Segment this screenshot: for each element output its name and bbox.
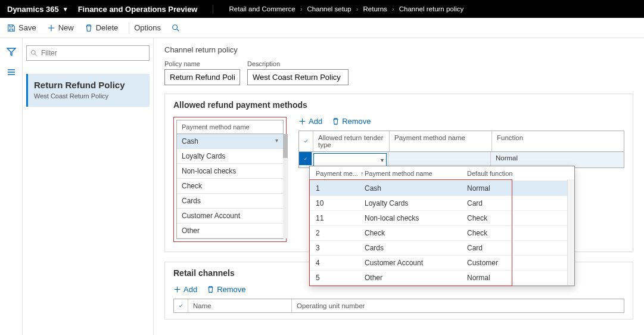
scrollbar[interactable]	[567, 179, 574, 286]
new-button[interactable]: New	[47, 23, 74, 32]
description-input[interactable]	[247, 69, 349, 85]
trash-icon	[332, 117, 340, 125]
lookup-row[interactable]: 1CashNormal	[310, 181, 574, 196]
chevron-down-icon[interactable]: ▾	[275, 137, 278, 145]
list-item[interactable]: Check	[177, 179, 283, 194]
lookup-col-name[interactable]: Payment method name	[365, 170, 467, 177]
filter-rail-button[interactable]	[4, 44, 19, 60]
select-all-checkbox[interactable]	[299, 131, 313, 151]
lookup-row[interactable]: 2CheckCheck	[310, 226, 574, 241]
col-function[interactable]: Function	[492, 131, 590, 151]
list-item[interactable]: Customer Account	[177, 209, 283, 224]
chevron-right-icon: ›	[392, 5, 394, 13]
search-button[interactable]	[172, 24, 183, 32]
description-label: Description	[247, 60, 349, 67]
policy-item-subtitle: West Coast Return Policy	[34, 92, 144, 100]
filter-input[interactable]	[26, 45, 150, 61]
col-name[interactable]: Name	[188, 299, 292, 312]
list-icon	[7, 67, 16, 77]
payment-methods-highlight: Payment method name Cash▾ Loyalty Cards …	[173, 117, 287, 242]
svg-point-0	[173, 24, 178, 29]
options-button[interactable]: Options	[134, 23, 161, 32]
policy-list-item[interactable]: Return Refund Policy West Coast Return P…	[26, 74, 150, 107]
tender-type-dropdown[interactable]: ▾	[313, 153, 387, 166]
section-allowed-title: Allowed refund payment methods	[173, 100, 624, 110]
lookup-row[interactable]: 4Customer AccountCustomer	[310, 256, 574, 271]
search-icon	[172, 24, 180, 32]
breadcrumb-item[interactable]: Returns	[363, 5, 387, 13]
divider	[129, 22, 129, 34]
col-operating-unit[interactable]: Operating unit number	[292, 299, 624, 312]
list-item[interactable]: Other	[177, 224, 283, 238]
related-rail-button[interactable]	[4, 64, 19, 80]
policy-name-input[interactable]	[164, 69, 240, 85]
remove-button[interactable]: Remove	[207, 285, 245, 294]
list-item[interactable]: Non-local checks	[177, 164, 283, 179]
module-title: Finance and Operations Preview	[78, 5, 214, 14]
tender-lookup-popup: Payment me...↑ Payment method name Defau…	[309, 166, 575, 286]
svg-point-1	[32, 51, 36, 55]
scrollbar[interactable]	[283, 134, 288, 238]
breadcrumb-item[interactable]: Channel return policy	[399, 5, 464, 13]
delete-button[interactable]: Delete	[85, 23, 119, 32]
save-icon	[7, 24, 15, 32]
breadcrumb: Retail and Commerce › Channel setup › Re…	[229, 5, 463, 13]
retail-channels-table: Name Operating unit number	[173, 299, 624, 313]
list-item[interactable]: Loyalty Cards	[177, 149, 283, 164]
sort-asc-icon: ↑	[360, 170, 364, 177]
breadcrumb-item[interactable]: Channel setup	[307, 5, 351, 13]
remove-button[interactable]: Remove	[332, 117, 371, 126]
trash-icon	[207, 286, 214, 293]
payment-methods-list: Payment method name Cash▾ Loyalty Cards …	[176, 120, 284, 239]
lookup-row[interactable]: 10Loyalty CardsCard	[310, 196, 574, 211]
list-item[interactable]: Cash▾	[177, 134, 283, 149]
payment-methods-header[interactable]: Payment method name	[177, 120, 283, 134]
plus-icon	[173, 286, 181, 293]
col-tender-type[interactable]: Allowed return tender type	[313, 131, 390, 151]
search-icon	[30, 49, 38, 57]
add-button[interactable]: Add	[298, 117, 322, 126]
plus-icon	[298, 117, 306, 125]
plus-icon	[47, 24, 55, 32]
filter-field[interactable]	[41, 49, 145, 57]
select-all-checkbox[interactable]	[174, 299, 188, 312]
lookup-row[interactable]: 3CardsCard	[310, 241, 574, 256]
allowed-tender-table: Allowed return tender type Payment metho…	[298, 131, 624, 168]
page-title: Channel return policy	[164, 45, 633, 54]
funnel-icon	[7, 47, 16, 57]
chevron-down-icon: ▾	[381, 157, 384, 163]
lookup-col-id[interactable]: Payment me...↑	[316, 170, 365, 177]
app-switcher-chevron-icon[interactable]: ▼	[63, 6, 69, 13]
chevron-right-icon: ›	[356, 5, 359, 13]
policy-name-label: Policy name	[164, 60, 240, 67]
lookup-row[interactable]: 11Non-local checksCheck	[310, 211, 574, 226]
row-checkbox[interactable]	[299, 152, 312, 165]
app-name[interactable]: Dynamics 365	[7, 5, 59, 14]
add-button[interactable]: Add	[173, 285, 197, 294]
lookup-col-fn[interactable]: Default function	[467, 170, 568, 177]
chevron-right-icon: ›	[300, 5, 303, 13]
breadcrumb-item[interactable]: Retail and Commerce	[229, 5, 295, 13]
save-button[interactable]: Save	[7, 23, 36, 32]
lookup-row[interactable]: 5OtherNormal	[310, 271, 574, 286]
policy-item-title: Return Refund Policy	[34, 80, 144, 90]
trash-icon	[85, 24, 93, 32]
col-payment-method[interactable]: Payment method name	[390, 131, 492, 151]
list-item[interactable]: Cards	[177, 194, 283, 209]
